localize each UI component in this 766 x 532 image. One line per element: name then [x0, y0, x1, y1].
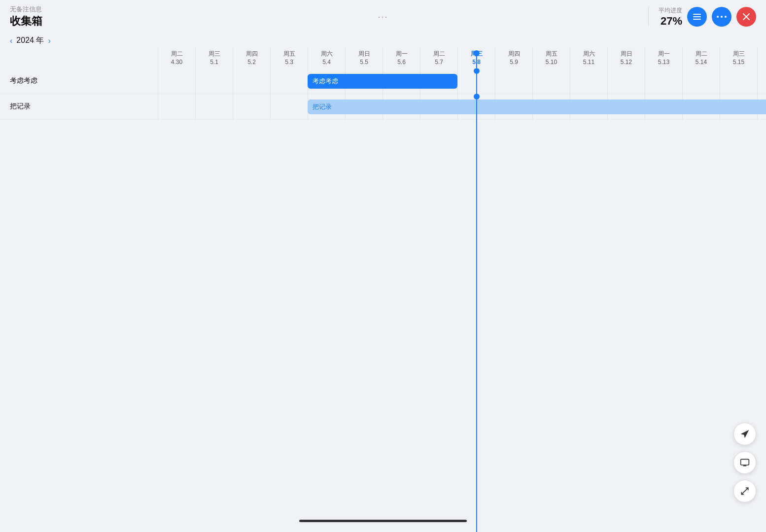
col-header-5.8: 周三5.8	[457, 48, 495, 68]
svg-point-3	[717, 16, 719, 18]
col-header-5.15: 周三5.15	[720, 48, 757, 68]
body-cell-4.30	[158, 68, 195, 94]
year-label: 2024 年	[16, 35, 44, 46]
gantt-body: 考虑考虑考虑考虑把记录把记录	[0, 68, 766, 527]
col-header-5.16: 周四5.16	[757, 48, 766, 68]
task-row-task1: 考虑考虑考虑考虑	[0, 68, 766, 94]
body-cell-5.14	[682, 68, 720, 94]
gantt-header: 周二4.30周三5.1周四5.2周五5.3周六5.4周日5.5周一5.6周二5.…	[0, 48, 766, 68]
more-button[interactable]	[712, 7, 731, 27]
col-header-5.2: 周四5.2	[233, 48, 270, 68]
close-button[interactable]	[736, 7, 756, 27]
menu-icon	[692, 12, 702, 22]
body-cell-5.10	[532, 68, 570, 94]
col-header-5.5: 周日5.5	[345, 48, 383, 68]
col-header-5.4: 周六5.4	[308, 48, 345, 68]
header-center: ···	[378, 12, 388, 22]
body-cell-5.12	[607, 68, 645, 94]
gantt-label-header	[0, 48, 158, 68]
body-cell-5.2	[233, 68, 270, 94]
task-bar-task2[interactable]: 把记录	[308, 100, 766, 114]
col-header-5.1: 周三5.1	[195, 48, 233, 68]
more-dots-icon: ···	[378, 12, 388, 22]
header-left: 无备注信息 收集箱	[10, 5, 42, 29]
header: 无备注信息 收集箱 ··· 平均进度 27%	[0, 0, 766, 33]
navigate-fab-button[interactable]	[733, 423, 756, 445]
body-cell-5.1	[195, 68, 233, 94]
gantt-chart: 周二4.30周三5.1周四5.2周五5.3周六5.4周日5.5周一5.6周二5.…	[0, 48, 766, 527]
year-prev-button[interactable]: ‹	[10, 36, 12, 45]
display-fab-button[interactable]	[733, 451, 756, 474]
col-header-4.30: 周二4.30	[158, 48, 195, 68]
body-cell-4.30	[158, 94, 195, 119]
col-header-5.12: 周日5.12	[607, 48, 645, 68]
dots-icon	[717, 15, 727, 18]
resize-icon	[740, 486, 750, 496]
navigate-icon	[740, 429, 750, 439]
svg-point-4	[721, 16, 723, 18]
header-subtitle: 无备注信息	[10, 5, 42, 14]
task-label-task1: 考虑考虑	[0, 68, 158, 94]
task-label-task2: 把记录	[0, 94, 158, 119]
col-header-5.3: 周五5.3	[270, 48, 308, 68]
body-cell-5.16	[757, 68, 766, 94]
progress-value: 27%	[659, 15, 682, 28]
body-cell-5.15	[720, 68, 757, 94]
progress-label: 平均进度	[659, 6, 682, 15]
col-header-5.9: 周四5.9	[495, 48, 532, 68]
col-header-5.6: 周一5.6	[383, 48, 420, 68]
display-icon	[740, 458, 750, 467]
header-right: 平均进度 27%	[648, 6, 756, 28]
svg-rect-8	[741, 459, 749, 465]
body-cell-5.1	[195, 94, 233, 119]
resize-fab-button[interactable]	[733, 480, 756, 502]
body-cell-5.2	[233, 94, 270, 119]
header-divider	[648, 7, 649, 27]
task-row-task2: 把记录把记录	[0, 94, 766, 120]
year-navigation: ‹ 2024 年 ›	[0, 33, 766, 48]
body-cell-5.3	[270, 94, 308, 119]
fab-container	[733, 423, 756, 502]
svg-rect-2	[693, 19, 701, 20]
menu-button[interactable]	[687, 7, 707, 27]
body-cell-5.11	[570, 68, 607, 94]
svg-point-5	[725, 16, 727, 18]
col-header-5.10: 周五5.10	[532, 48, 570, 68]
progress-section: 平均进度 27%	[659, 6, 682, 28]
task-cells-task2: 把记录	[158, 94, 766, 119]
body-cell-5.3	[270, 68, 308, 94]
body-cell-5.13	[645, 68, 682, 94]
svg-line-11	[741, 488, 748, 494]
body-cell-5.9	[495, 68, 532, 94]
col-header-5.14: 周二5.14	[682, 48, 720, 68]
col-header-5.11: 周六5.11	[570, 48, 607, 68]
year-next-button[interactable]: ›	[48, 36, 50, 45]
task-cells-task1: 考虑考虑	[158, 68, 766, 94]
svg-rect-0	[693, 14, 701, 15]
header-title: 收集箱	[10, 14, 42, 29]
scrollbar[interactable]	[299, 520, 467, 522]
gantt-columns-header: 周二4.30周三5.1周四5.2周五5.3周六5.4周日5.5周一5.6周二5.…	[158, 48, 766, 68]
body-cell-5.8	[457, 68, 495, 94]
task-bar-task1[interactable]: 考虑考虑	[308, 74, 457, 89]
col-header-5.13: 周一5.13	[645, 48, 682, 68]
svg-rect-1	[693, 16, 701, 17]
col-header-5.7: 周二5.7	[420, 48, 457, 68]
close-icon	[743, 13, 750, 20]
